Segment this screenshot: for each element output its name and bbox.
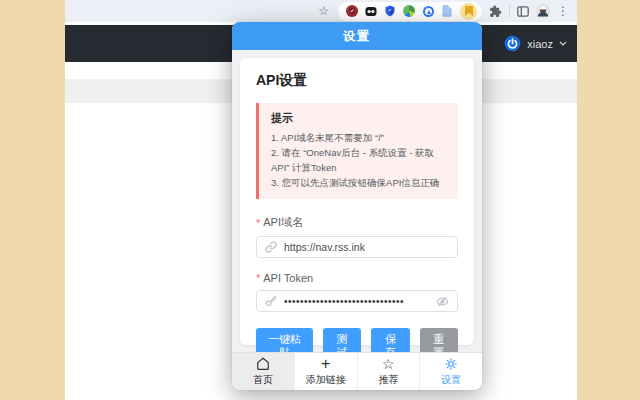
- extensions-pill: [338, 2, 482, 21]
- tab-add-link-label: 添加链接: [306, 373, 346, 387]
- toolbar-divider: [509, 5, 510, 17]
- tab-home[interactable]: 首页: [232, 353, 294, 390]
- api-domain-field: * API域名: [256, 215, 458, 258]
- blue-file-icon[interactable]: [441, 5, 453, 17]
- required-mark: *: [256, 272, 260, 284]
- star-icon: ☆: [382, 357, 395, 372]
- tab-home-label: 首页: [253, 373, 273, 387]
- site-power-logo[interactable]: [504, 35, 521, 52]
- browser-toolbar: ☆: [65, 0, 577, 22]
- bookmark-star-icon[interactable]: ☆: [318, 5, 329, 17]
- popup-body: API设置 提示 1. API域名末尾不需要加 “/” 2. 请在 “OneNa…: [232, 50, 482, 352]
- idm-globe-icon[interactable]: [403, 5, 415, 17]
- user-menu[interactable]: xiaoz: [527, 38, 553, 50]
- required-mark: *: [256, 217, 260, 229]
- save-button[interactable]: 保存: [371, 328, 409, 352]
- api-token-label: * API Token: [256, 272, 458, 284]
- eye-off-icon[interactable]: [436, 295, 449, 308]
- tips-alert: 提示 1. API域名末尾不需要加 “/” 2. 请在 “OneNav后台 - …: [256, 103, 458, 199]
- tab-recommend[interactable]: ☆ 推荐: [357, 353, 420, 390]
- paste-button[interactable]: 一键粘贴: [256, 328, 313, 352]
- browser-menu-icon[interactable]: ⋮: [557, 5, 569, 17]
- reset-button[interactable]: 重置: [420, 328, 458, 352]
- blue-shield-icon[interactable]: [384, 5, 396, 17]
- home-icon: [256, 357, 270, 372]
- adguard-shield-icon[interactable]: [346, 5, 358, 17]
- black-mask-icon[interactable]: [365, 5, 377, 17]
- api-token-input-wrap: [256, 290, 458, 312]
- popup-title: 设置: [232, 22, 482, 50]
- api-domain-input[interactable]: [284, 241, 449, 253]
- section-title: API设置: [256, 72, 458, 90]
- api-settings-card: API设置 提示 1. API域名末尾不需要加 “/” 2. 请在 “OneNa…: [240, 58, 474, 345]
- tips-item: 3. 您可以先点测试按钮确保API信息正确: [271, 175, 448, 190]
- tab-recommend-label: 推荐: [378, 373, 398, 387]
- tips-alert-title: 提示: [271, 111, 448, 126]
- tab-add-link[interactable]: + 添加链接: [294, 353, 357, 390]
- extension-popup: 设置 API设置 提示 1. API域名末尾不需要加 “/” 2. 请在 “On…: [232, 22, 482, 390]
- gear-icon: [444, 357, 458, 372]
- profile-avatar[interactable]: [536, 4, 550, 18]
- side-panel-icon[interactable]: [517, 6, 529, 17]
- api-domain-label-text: API域名: [263, 215, 303, 230]
- button-row: 一键粘贴 测试 保存 重置: [256, 328, 458, 352]
- tab-settings-label: 设置: [441, 373, 461, 387]
- api-token-label-text: API Token: [263, 272, 313, 284]
- test-button[interactable]: 测试: [323, 328, 361, 352]
- tips-item: 1. API域名末尾不需要加 “/”: [271, 130, 448, 145]
- api-domain-label: * API域名: [256, 215, 458, 230]
- yellow-bookmark-icon-active[interactable]: [460, 3, 477, 20]
- plus-icon: +: [321, 357, 330, 372]
- api-token-field: * API Token: [256, 272, 458, 312]
- extensions-puzzle-icon[interactable]: [489, 5, 502, 18]
- tab-settings[interactable]: 设置: [419, 353, 482, 390]
- popup-tabbar: 首页 + 添加链接 ☆ 推荐 设置: [232, 352, 482, 390]
- api-token-input[interactable]: [284, 296, 429, 307]
- tips-item: 2. 请在 “OneNav后台 - 系统设置 - 获取API” 计算Token: [271, 145, 448, 175]
- blue-ring-icon[interactable]: [422, 5, 434, 17]
- key-icon: [265, 295, 277, 307]
- chevron-down-icon: [559, 41, 567, 46]
- api-domain-input-wrap: [256, 236, 458, 258]
- link-icon: [265, 241, 277, 253]
